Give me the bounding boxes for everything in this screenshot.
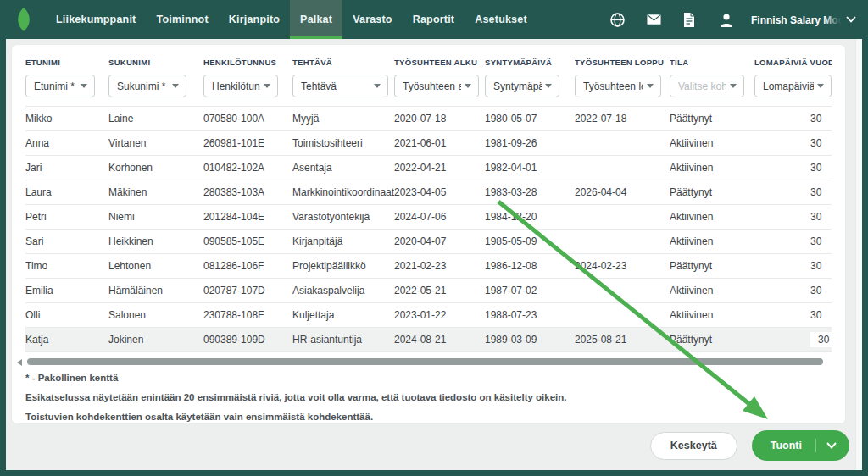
table-cell: Anna — [25, 131, 108, 156]
filter-select[interactable]: Valitse kohdeken — [670, 75, 744, 97]
table-cell: Päättynyt — [670, 107, 754, 131]
table-cell: Jokinen — [108, 328, 203, 352]
table-row[interactable]: EmiliaHämäläinen020787-107DAsiakaspalvel… — [25, 279, 832, 303]
horizontal-scrollbar — [25, 358, 832, 365]
table-cell: Myyjä — [292, 107, 394, 131]
table-cell: 1984-12-20 — [485, 205, 575, 230]
table-cell: Katja — [25, 328, 108, 352]
column-filter-row: Etunimi *Sukunimi *HenkilötunnusTehtäväT… — [25, 75, 832, 107]
table-cell: Heikkinen — [108, 230, 203, 254]
table-cell: Asiakaspalvelija — [292, 279, 394, 303]
table-cell: Petri — [25, 205, 108, 230]
table-cell: Toimistosihteeri — [292, 131, 394, 156]
nav-item-liikekumppanit[interactable]: Liikekumppanit — [46, 0, 146, 39]
import-button[interactable]: Tuonti — [752, 430, 849, 461]
table-row[interactable]: OlliSalonen230788-108FKuljettaja2023-01-… — [25, 303, 832, 328]
table-cell: Hämäläinen — [108, 279, 203, 303]
mail-icon[interactable] — [647, 13, 661, 27]
table-cell: 1981-09-26 — [485, 131, 575, 156]
table-cell: Jari — [25, 156, 108, 180]
filter-select-value: Lomapäiviä vuodessa — [763, 80, 814, 92]
table-cell: Laura — [25, 180, 108, 205]
column-header: SYNTYMÄPÄIVÄ — [485, 56, 575, 75]
table-cell: Salonen — [108, 303, 203, 328]
table-cell: 30 — [754, 303, 832, 328]
table-row[interactable]: KatjaJokinen090389-109DHR-asiantuntija20… — [25, 328, 832, 352]
table-row[interactable]: LauraMäkinen280383-103AMarkkinointikoord… — [25, 180, 832, 205]
column-header: LOMAPÄIVIÄ VUODESSA — [754, 56, 832, 75]
table-cell: Aktiivinen — [670, 131, 754, 156]
filter-select-value: Työsuhteen alku * — [403, 80, 461, 92]
nav-item-asetukset[interactable]: Asetukset — [465, 0, 537, 39]
table-cell: Aktiivinen — [670, 205, 754, 230]
column-header: ETUNIMI — [25, 56, 108, 75]
table-cell: 2026-04-04 — [575, 180, 670, 205]
filter-select[interactable]: Tehtävä — [292, 75, 388, 97]
cancel-button[interactable]: Keskeytä — [650, 432, 737, 460]
table-cell — [575, 303, 670, 328]
table-cell: Timo — [25, 254, 108, 279]
table-cell: 090389-109D — [203, 328, 292, 352]
table-cell: 2024-07-06 — [394, 205, 485, 230]
table-cell: Projektipäällikkö — [292, 254, 394, 279]
filter-select[interactable]: Henkilötunnus — [203, 75, 278, 97]
table-cell: Markkinointikoordinaattori — [292, 180, 394, 205]
table-cell: 30 — [754, 131, 832, 156]
filter-select-value: Työsuhteen loppu — [583, 80, 643, 92]
table-row[interactable]: AnnaVirtanen260981-101EToimistosihteeri2… — [25, 131, 832, 156]
chevron-down-icon — [846, 16, 856, 23]
document-icon[interactable] — [683, 13, 698, 27]
table-cell: 30 — [754, 156, 832, 180]
nav-item-varasto[interactable]: Varasto — [342, 0, 403, 39]
nav-menu: LiikekumppanitToiminnotKirjanpitoPalkatV… — [46, 0, 537, 39]
table-row[interactable]: PetriNiemi201284-104EVarastotyöntekijä20… — [25, 205, 832, 230]
nav-item-toiminnot[interactable]: Toiminnot — [146, 0, 218, 39]
filter-select[interactable]: Työsuhteen alku * — [394, 75, 479, 97]
filter-select[interactable]: Sukunimi * — [108, 75, 186, 97]
table-cell: Kirjanpitäjä — [292, 230, 394, 254]
table-cell: Mikko — [25, 107, 108, 131]
filter-select[interactable]: Työsuhteen loppu — [575, 75, 661, 97]
table-cell: Virtanen — [108, 131, 203, 156]
app-logo[interactable] — [0, 0, 46, 39]
table-cell: 010482-102A — [203, 156, 292, 180]
filter-select[interactable]: Syntymäpäivä — [485, 75, 559, 97]
table-cell: 1980-05-07 — [485, 107, 575, 131]
nav-right-icons: Finnish Salary Modul — [588, 0, 868, 39]
filter-select[interactable]: Lomapäiviä vuodessa — [754, 75, 832, 97]
table-cell: 30 — [754, 205, 832, 230]
table-cell: 2020-07-18 — [394, 107, 485, 131]
table-row[interactable]: JariKorhonen010482-102AAsentaja2022-04-2… — [25, 156, 832, 180]
filter-select[interactable]: Etunimi * — [25, 75, 95, 97]
table-cell — [575, 205, 670, 230]
scroll-left-arrow-icon[interactable] — [17, 359, 22, 366]
table-cell: 30 — [754, 230, 832, 254]
table-cell: 081286-106F — [203, 254, 292, 279]
page-background: ETUNIMISUKUNIMIHENKILÖTUNNUSTEHTÄVÄTYÖSU… — [6, 39, 862, 470]
user-icon[interactable] — [720, 13, 734, 27]
table-row[interactable]: TimoLehtonen081286-106FProjektipäällikkö… — [25, 254, 832, 279]
page-vertical-scrollbar[interactable] — [855, 39, 862, 470]
footer-note: Toistuvien kohdekenttien osalta käytetää… — [25, 412, 832, 422]
table-cell: 230788-108F — [203, 303, 292, 328]
footer-notes: * - Pakollinen kenttäEsikatselussa näyte… — [25, 373, 832, 422]
table-cell: Mäkinen — [108, 180, 203, 205]
table-row[interactable]: SariHeikkinen090585-105EKirjanpitäjä2020… — [25, 230, 832, 254]
account-menu[interactable]: Finnish Salary Modul — [751, 12, 856, 27]
horizontal-scrollbar-thumb[interactable] — [27, 358, 823, 365]
table-cell: 2022-05-21 — [394, 279, 485, 303]
globe-icon[interactable] — [610, 13, 625, 27]
filter-select-value: Tehtävä — [301, 80, 370, 92]
table-cell: Kuljettaja — [292, 303, 394, 328]
nav-item-raportit[interactable]: Raportit — [403, 0, 465, 39]
import-button-label: Tuonti — [771, 440, 802, 451]
table-cell: 2023-04-05 — [394, 180, 485, 205]
table-row[interactable]: MikkoLaine070580-100AMyyjä2020-07-181980… — [25, 107, 832, 131]
column-header: TILA — [670, 56, 754, 75]
table-cell: 090585-105E — [203, 230, 292, 254]
footer-note: Esikatselussa näytetään enintään 20 ensi… — [25, 392, 832, 402]
filter-select-value: Henkilötunnus — [212, 80, 260, 92]
nav-item-kirjanpito[interactable]: Kirjanpito — [219, 0, 290, 39]
import-preview-panel: ETUNIMISUKUNIMIHENKILÖTUNNUSTEHTÄVÄTYÖSU… — [12, 45, 845, 423]
nav-item-palkat[interactable]: Palkat — [290, 0, 342, 39]
